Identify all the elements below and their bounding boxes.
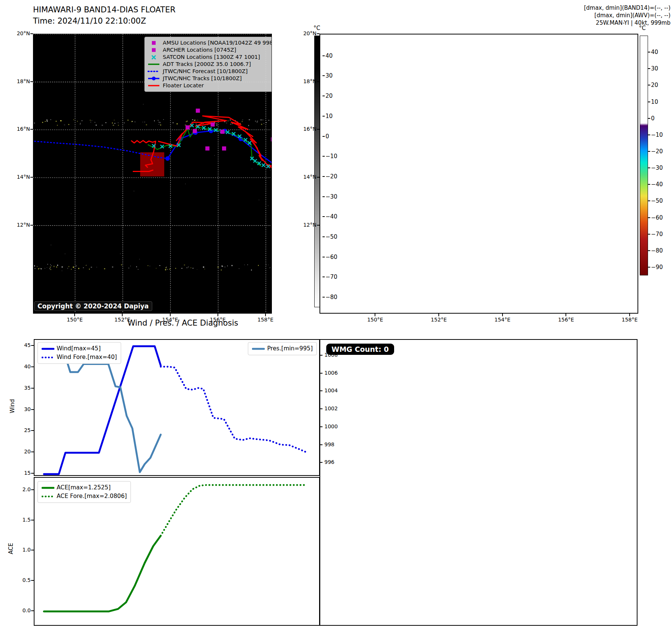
satellite-map-panel: AMSU Locations [NOAA19/1042Z 49 998]ARCH…: [33, 34, 272, 314]
line-icon: [147, 83, 160, 88]
noise-dot: [40, 268, 42, 269]
noise-dot: [47, 121, 48, 122]
noise-dot: [38, 268, 39, 269]
wind-ytick-label: 15: [19, 470, 31, 476]
amsu-square-marker: [196, 109, 200, 113]
noise-dot: [186, 267, 188, 268]
lon-tickmark-right: [566, 314, 566, 316]
noise-dot: [128, 268, 129, 268]
noise-dot: [258, 265, 259, 266]
cbar-right-tick-label: −90: [651, 264, 663, 271]
lon-tick-label-right: 152°E: [428, 317, 450, 323]
ace-legend: ACE[max=1.2525]ACE Fore.[max=2.0806]: [38, 481, 131, 503]
cbar-left-tickmark: [322, 176, 325, 177]
lat-tick-label: 14°N: [8, 174, 30, 180]
noise-dot: [197, 120, 198, 120]
noise-dot: [42, 122, 43, 123]
noise-dot: [45, 268, 45, 269]
noise-dot: [217, 123, 218, 124]
pressure-ytickmark: [320, 444, 322, 445]
chart-legend-item: ACE[max=1.2525]: [42, 483, 127, 492]
noise-dot: [57, 265, 58, 266]
noise-dot: [257, 121, 258, 121]
map-legend-label: AMSU Locations [NOAA19/1042Z 49 998]: [163, 39, 272, 46]
lat-tickmark: [30, 177, 33, 178]
cbar-right-tick-label: −80: [651, 247, 663, 254]
pressure-ytick-label: 1006: [324, 370, 338, 376]
ace-ytickmark: [31, 610, 34, 611]
noise-dot: [128, 120, 129, 121]
pressure-ytickmark: [320, 355, 322, 356]
noise-dot: [69, 266, 69, 267]
pressure-ytickmark: [320, 408, 322, 409]
noise-dot: [192, 119, 193, 120]
lon-tick-label: 150°E: [63, 317, 86, 323]
lon-tickmark-right: [375, 314, 375, 316]
lon-tickmark: [218, 314, 218, 316]
noise-dot: [191, 268, 192, 268]
wmg-panel: WMG Count: 0: [320, 339, 638, 626]
pressure-ytick-label: 998: [324, 441, 334, 447]
noise-dot: [118, 125, 119, 126]
pressure-ytick-label: 996: [324, 459, 334, 465]
noise-dot: [216, 124, 217, 125]
cbar-left-tickmark: [322, 277, 325, 277]
lat-tick-label: 16°N: [8, 126, 30, 132]
noise-dot: [177, 124, 178, 124]
noise-dot: [46, 120, 48, 120]
noise-dot: [89, 269, 90, 269]
noise-dot: [96, 125, 97, 126]
noise-dot: [71, 269, 72, 270]
map-legend-label: SATCON Locations [1300Z 47 1001]: [163, 54, 260, 61]
cbar-left-tick-label: 40: [326, 52, 333, 59]
noise-dot: [108, 148, 109, 149]
noise-dot: [231, 265, 232, 266]
noise-dot: [166, 267, 166, 268]
cbar-right-tickmark: [648, 151, 650, 152]
lon-tick-label-right: 150°E: [364, 317, 386, 323]
cbar-right-tick-label: −70: [651, 231, 663, 238]
noise-dot: [221, 269, 222, 271]
map-legend-item: ADT Tracks [2000Z 35.0 1006.7]: [147, 61, 272, 68]
cbar-right-tick-label: −50: [651, 197, 663, 204]
noise-dot: [62, 266, 63, 268]
noise-dot: [56, 121, 57, 122]
wind-ytickmark: [31, 473, 34, 474]
noise-dot: [166, 269, 166, 269]
lon-tick-label: 156°E: [207, 317, 229, 323]
noise-dot: [121, 265, 122, 265]
lat-tick-label-right: 20°N: [295, 30, 316, 36]
noise-dot: [195, 120, 195, 121]
aceline: [44, 536, 160, 612]
noise-dot: [47, 120, 48, 121]
pressure-ytick-label: 1008: [324, 352, 338, 358]
noise-dot: [261, 119, 262, 120]
lon-tick-label-right: 154°E: [491, 317, 514, 323]
noise-dot: [239, 268, 240, 269]
map-timestamp: Time: 2024/11/10 22:10:00Z: [33, 16, 146, 25]
noise-dot: [136, 266, 137, 267]
noise-dot: [228, 121, 229, 121]
lat-tick-label: 20°N: [8, 30, 30, 36]
map-legend-label: JTWC/NHC Forecast [10/1800Z]: [163, 68, 248, 75]
cbar-left-tick-label: 20: [326, 93, 333, 99]
lon-tick-label-right: 156°E: [555, 317, 577, 323]
cbar-left-tick-label: 10: [326, 113, 333, 120]
lat-tickmark-right: [317, 225, 320, 226]
x-marker-icon: [147, 54, 160, 60]
cbar-left-tick-label: −70: [326, 274, 338, 280]
noise-dot: [68, 124, 69, 125]
noise-dot: [118, 122, 118, 123]
ace-ytickmark: [31, 520, 34, 520]
pressure-ytickmark: [320, 373, 322, 374]
header-dmax-band14: [dmax, dmin](BAND14)=(--, --): [584, 4, 670, 11]
lat-tick-label-right: 12°N: [295, 222, 316, 228]
cbar-left-tickmark: [322, 116, 325, 117]
chart-legend-label: Wind Fore.[max=40]: [57, 353, 117, 362]
noise-dot: [150, 266, 150, 266]
noise-dot: [195, 124, 196, 124]
ace-ytickmark: [31, 580, 34, 581]
noise-dot: [75, 266, 76, 266]
wind-ytick-label: 20: [19, 449, 31, 455]
amsu-square-marker: [211, 123, 215, 127]
